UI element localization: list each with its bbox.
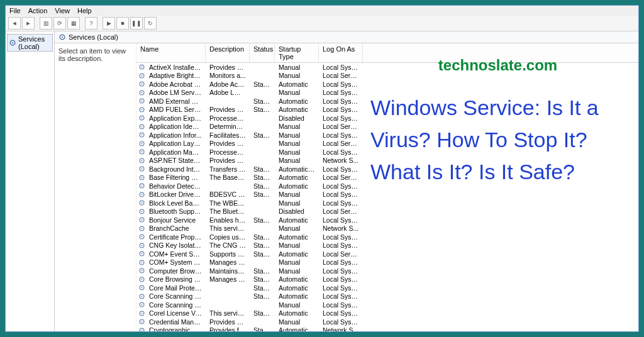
col-logon[interactable]: Log On As bbox=[319, 43, 363, 62]
cell-logon: Local Service bbox=[319, 140, 363, 147]
table-row[interactable]: Certificate Propag...Copies user ...Star… bbox=[136, 233, 638, 241]
table-row[interactable]: Credential ManagerProvides se...ManualLo… bbox=[136, 318, 638, 326]
table-row[interactable]: BranchCacheThis service ...ManualNetwork… bbox=[136, 224, 638, 233]
svg-point-23 bbox=[142, 143, 143, 144]
cell-desc: Copies user ... bbox=[206, 233, 250, 241]
cell-logon: Local Service bbox=[319, 250, 363, 258]
cell-name: Application Experi... bbox=[145, 114, 206, 122]
table-row[interactable]: Core Scanning Ser...ManualLocal Syste... bbox=[136, 301, 638, 309]
service-icon bbox=[136, 259, 145, 266]
table-row[interactable]: Core Mail Protecti...StartedAutomaticLoc… bbox=[136, 284, 638, 292]
svg-point-61 bbox=[142, 304, 143, 306]
cell-logon: Local Syste... bbox=[319, 318, 363, 326]
service-icon bbox=[136, 157, 145, 164]
svg-point-1 bbox=[12, 42, 13, 43]
cell-name: CNG Key Isolation bbox=[145, 241, 206, 249]
stop-button[interactable]: ■ bbox=[116, 17, 129, 30]
col-startup[interactable]: Startup Type bbox=[275, 43, 319, 62]
service-icon bbox=[136, 97, 145, 104]
menu-view[interactable]: View bbox=[55, 7, 70, 14]
service-icon bbox=[136, 310, 145, 317]
cell-logon: Local Syste... bbox=[319, 292, 363, 300]
svg-point-25 bbox=[142, 152, 143, 153]
menu-action[interactable]: Action bbox=[28, 7, 48, 14]
cell-logon: Local Syste... bbox=[319, 97, 363, 105]
service-icon bbox=[136, 276, 145, 283]
menu-help[interactable]: Help bbox=[77, 7, 92, 14]
cell-startup: Manual bbox=[275, 267, 319, 275]
svg-point-5 bbox=[142, 67, 143, 68]
table-row[interactable]: Core Browsing Pr...Manages se...StartedA… bbox=[136, 275, 638, 284]
forward-button[interactable]: ► bbox=[22, 17, 35, 30]
main-title: Services (Local) bbox=[69, 33, 118, 41]
table-row[interactable]: Computer BrowserMaintains a...StartedMan… bbox=[136, 267, 638, 275]
table-row[interactable]: Block Level Backu...The WBENG...ManualLo… bbox=[136, 199, 638, 207]
cell-logon: Local Service bbox=[319, 207, 363, 215]
cell-status: Started bbox=[250, 284, 275, 292]
service-icon bbox=[136, 114, 145, 121]
cell-startup: Manual bbox=[275, 89, 319, 96]
back-button[interactable]: ◄ bbox=[8, 17, 21, 30]
cell-name: Certificate Propag... bbox=[145, 233, 206, 241]
cell-startup: Automatic bbox=[275, 216, 319, 224]
cell-desc: Processes a... bbox=[206, 114, 250, 122]
svg-point-9 bbox=[142, 84, 143, 85]
pause-button[interactable]: ❚❚ bbox=[130, 17, 143, 30]
table-row[interactable]: Bluetooth Support...The Bluetoo...Disabl… bbox=[136, 207, 638, 216]
export-button[interactable]: ▦ bbox=[67, 17, 80, 30]
service-icon bbox=[136, 242, 145, 249]
cell-logon: Local Syste... bbox=[319, 216, 363, 224]
show-hide-button[interactable]: ▥ bbox=[40, 17, 52, 30]
service-icon bbox=[136, 89, 145, 96]
service-icon bbox=[136, 72, 145, 79]
menubar: File Action View Help bbox=[6, 6, 638, 16]
service-icon bbox=[136, 174, 145, 181]
svg-point-45 bbox=[142, 236, 143, 238]
cell-status: Started bbox=[250, 326, 275, 331]
cell-startup: Automatic bbox=[275, 106, 319, 113]
svg-point-7 bbox=[142, 75, 143, 76]
service-icon bbox=[136, 199, 145, 206]
cell-name: Core Mail Protecti... bbox=[145, 284, 206, 292]
svg-point-33 bbox=[142, 185, 143, 187]
cell-logon: Network S... bbox=[319, 224, 363, 232]
table-row[interactable]: COM+ System Ap...Manages th...ManualLoca… bbox=[136, 258, 638, 267]
cell-name: Core Scanning Ser... bbox=[145, 292, 206, 300]
svg-point-51 bbox=[142, 262, 143, 263]
refresh-button[interactable]: ⟳ bbox=[53, 17, 66, 30]
cell-startup: Automatic bbox=[275, 309, 319, 317]
table-row[interactable]: Cryptographic Ser...Provides fo...Starte… bbox=[136, 326, 638, 332]
cell-name: Cryptographic Ser... bbox=[145, 326, 206, 331]
service-icon bbox=[136, 293, 145, 300]
cell-logon: Local Syste... bbox=[319, 131, 363, 139]
cell-startup: Manual bbox=[275, 131, 319, 139]
service-icon bbox=[136, 318, 145, 325]
cell-name: AMD FUEL Service bbox=[145, 106, 206, 113]
restart-button[interactable]: ↻ bbox=[144, 17, 157, 30]
menu-file[interactable]: File bbox=[9, 7, 21, 14]
svg-point-47 bbox=[142, 245, 143, 246]
cell-startup: Automatic bbox=[275, 233, 319, 241]
col-description[interactable]: Description bbox=[206, 43, 250, 62]
cell-desc: The Base Fil... bbox=[206, 174, 250, 181]
description-text: Select an item to view its description. bbox=[58, 47, 126, 62]
svg-point-15 bbox=[142, 109, 143, 110]
cell-startup: Automatic bbox=[275, 80, 319, 88]
table-row[interactable]: Core Scanning Ser...StartedAutomaticLoca… bbox=[136, 292, 638, 301]
cell-startup: Manual bbox=[275, 318, 319, 326]
help-button[interactable]: ? bbox=[85, 17, 97, 30]
table-row[interactable]: CNG Key IsolationThe CNG ke...StartedMan… bbox=[136, 241, 638, 250]
col-status[interactable]: Status bbox=[250, 43, 275, 62]
table-row[interactable]: BitLocker Drive En...BDESVC hos...Starte… bbox=[136, 191, 638, 199]
tree-services-local[interactable]: Services (Local) bbox=[7, 34, 53, 52]
start-button[interactable]: ▶ bbox=[103, 17, 115, 30]
cell-startup: Disabled bbox=[275, 114, 319, 122]
table-row[interactable]: Bonjour ServiceEnables har...StartedAuto… bbox=[136, 216, 638, 224]
table-row[interactable]: COM+ Event Syst...Supports Sy...StartedA… bbox=[136, 250, 638, 258]
cell-status: Started bbox=[250, 80, 275, 88]
table-row[interactable]: Corel License Vali...This service ...Sta… bbox=[136, 309, 638, 318]
svg-point-11 bbox=[142, 92, 143, 93]
svg-point-39 bbox=[142, 211, 143, 212]
cell-logon: Local Syste... bbox=[319, 309, 363, 317]
col-name[interactable]: Name bbox=[136, 43, 206, 62]
